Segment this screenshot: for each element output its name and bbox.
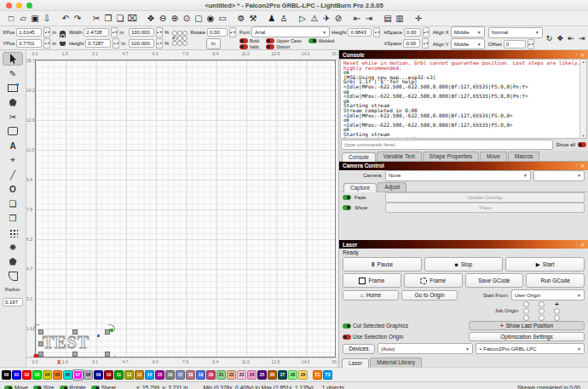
close-icon[interactable]: ✕ xyxy=(580,242,585,248)
scale-width-input[interactable] xyxy=(129,28,154,37)
resize-handle[interactable] xyxy=(38,341,43,346)
unit-toggle-button[interactable]: in xyxy=(206,38,221,49)
zoom-out-icon[interactable]: ⊖ xyxy=(157,12,169,26)
radius-input[interactable] xyxy=(3,298,23,306)
align-left-icon[interactable]: ⇤ xyxy=(351,12,363,26)
show-all-toggle[interactable] xyxy=(578,142,586,147)
text-tool[interactable]: A xyxy=(3,139,23,152)
weld-shapes-tool[interactable]: ❏ xyxy=(3,197,23,210)
object-origin-selector[interactable] xyxy=(172,31,187,45)
layer-color-15[interactable]: 15 xyxy=(155,370,164,380)
rotate-snap-toggle[interactable]: Rotate xyxy=(60,385,86,389)
focus-icon[interactable]: ⊘ xyxy=(332,12,344,26)
resize-handle[interactable] xyxy=(38,352,43,357)
device-settings-icon[interactable]: ⚒ xyxy=(247,12,259,26)
tab-macros[interactable]: Macros xyxy=(508,152,539,161)
ypos-input[interactable] xyxy=(16,39,42,48)
shear-snap-toggle[interactable]: Shear xyxy=(91,385,116,389)
zoom-all-icon[interactable]: ⊙ xyxy=(181,12,193,26)
resize-handle[interactable] xyxy=(72,352,78,357)
font-height-input[interactable] xyxy=(348,28,372,37)
grid-array-tool[interactable] xyxy=(3,226,23,239)
italic-toggle[interactable]: Italic xyxy=(239,44,259,49)
cut-warning-icon[interactable]: ⚠ xyxy=(308,12,320,26)
import-icon[interactable]: ⇩ xyxy=(41,12,53,26)
start-preview-icon[interactable]: ▷ xyxy=(297,12,308,26)
layer-color-07[interactable]: 07 xyxy=(73,370,83,380)
vspace-input[interactable] xyxy=(403,39,420,48)
position-laser-tool[interactable]: ⌖ xyxy=(3,153,23,167)
height-stepper[interactable]: ▲▼ xyxy=(112,38,119,49)
distort-toggle[interactable]: Distort xyxy=(266,44,301,49)
offset-input[interactable] xyxy=(504,40,526,49)
width-input[interactable] xyxy=(84,28,109,37)
console-command-input[interactable] xyxy=(341,140,553,150)
layer-color-19[interactable]: 19 xyxy=(196,370,205,380)
offset-shapes-tool[interactable]: O xyxy=(3,182,23,196)
run-gcode-button[interactable]: Run GCode xyxy=(526,273,585,288)
corner-radius-tool[interactable] xyxy=(3,269,23,283)
goto-origin-button[interactable]: Go to Origin xyxy=(401,290,458,300)
redo-icon[interactable]: ↷ xyxy=(72,12,84,26)
align-right-edges-icon[interactable]: ⇥ xyxy=(579,34,585,43)
measure-tool[interactable]: ╱ xyxy=(3,168,23,181)
pentagon-shape-tool[interactable] xyxy=(3,255,23,268)
job-origin-dot[interactable] xyxy=(539,315,545,321)
pan-icon[interactable]: ✥ xyxy=(145,12,157,26)
tab-shape-properties[interactable]: Shape Properties xyxy=(423,152,479,161)
undo-icon[interactable]: ↶ xyxy=(60,12,72,26)
camera-header[interactable]: Camera Control ▫✕ xyxy=(339,162,588,170)
fade-toggle[interactable] xyxy=(343,195,351,200)
laser-head-icon[interactable]: ❖ xyxy=(556,34,563,43)
float-icon[interactable]: ▫ xyxy=(576,52,578,58)
refresh-icon[interactable]: ↻ xyxy=(546,34,553,43)
new-file-icon[interactable]: □ xyxy=(5,12,17,26)
layer-color-03[interactable]: 03 xyxy=(32,370,42,380)
resize-handle[interactable] xyxy=(38,329,43,335)
layer-color-13[interactable]: 13 xyxy=(135,370,144,380)
show-toggle[interactable] xyxy=(343,205,351,210)
layer-color-09[interactable]: 09 xyxy=(94,370,103,380)
hspace-input[interactable] xyxy=(404,28,421,37)
tab-adjust[interactable]: Adjust xyxy=(378,182,406,192)
layer-color-21[interactable]: 21 xyxy=(216,370,226,380)
resize-handle[interactable] xyxy=(72,329,78,335)
layer-color-17[interactable]: 17 xyxy=(176,370,185,380)
job-origin-dot[interactable] xyxy=(554,301,560,307)
dock-vertical-icon[interactable]: ▥ xyxy=(394,12,406,26)
optimization-settings-button[interactable]: Optimization Settings xyxy=(469,332,585,341)
copy-icon[interactable]: ❐ xyxy=(102,12,114,26)
offset-stepper[interactable]: ▲▼ xyxy=(527,39,534,49)
camera-icon[interactable]: ◉ xyxy=(205,12,216,26)
job-origin-dot[interactable] xyxy=(539,301,545,307)
frame-rect-button[interactable]: Frame xyxy=(343,273,401,288)
show-last-position-button[interactable]: +Show Last Position xyxy=(469,321,585,330)
layer-color-11[interactable]: 11 xyxy=(114,370,124,380)
uppercase-toggle[interactable]: Upper Case xyxy=(266,38,301,43)
camera-select[interactable]: None▼ xyxy=(385,170,531,181)
float-icon[interactable]: ▫ xyxy=(576,242,578,248)
job-origin-dot[interactable] xyxy=(523,315,529,321)
layer-color-06[interactable]: 06 xyxy=(63,370,72,380)
layer-color-22[interactable]: 22 xyxy=(227,370,236,380)
job-origin-dot[interactable] xyxy=(523,301,529,307)
job-origin-dot[interactable] xyxy=(539,308,545,314)
layer-color-20[interactable]: 20 xyxy=(206,370,216,380)
settings-icon[interactable]: ⚙ xyxy=(235,12,247,26)
xpos-stepper[interactable]: ▲▼ xyxy=(43,27,50,37)
size-snap-toggle[interactable]: Size xyxy=(33,385,55,389)
rotate-stepper[interactable]: ▲▼ xyxy=(229,27,236,37)
tab-material-library[interactable]: Material Library xyxy=(370,358,422,367)
width-stepper[interactable]: ▲▼ xyxy=(111,27,118,37)
align-right-icon[interactable]: ⇥ xyxy=(363,12,375,26)
use-selection-origin-toggle[interactable]: Use Selection Origin xyxy=(343,334,466,340)
close-icon[interactable]: ✕ xyxy=(580,163,585,169)
hspace-stepper[interactable]: ▲▼ xyxy=(423,27,429,37)
rounded-rectangle-tool[interactable] xyxy=(3,124,23,138)
frame-circle-button[interactable]: Frame xyxy=(404,273,463,288)
selected-text-object[interactable]: TEST xyxy=(43,333,89,352)
tab-laser[interactable]: Laser xyxy=(342,358,369,368)
selection[interactable]: TEST xyxy=(40,331,108,355)
canvas[interactable]: 0.01.63.14.76.37.99.411.012.614.215.7 15… xyxy=(26,50,338,367)
tab-variable-text[interactable]: Variable Text xyxy=(377,152,422,161)
